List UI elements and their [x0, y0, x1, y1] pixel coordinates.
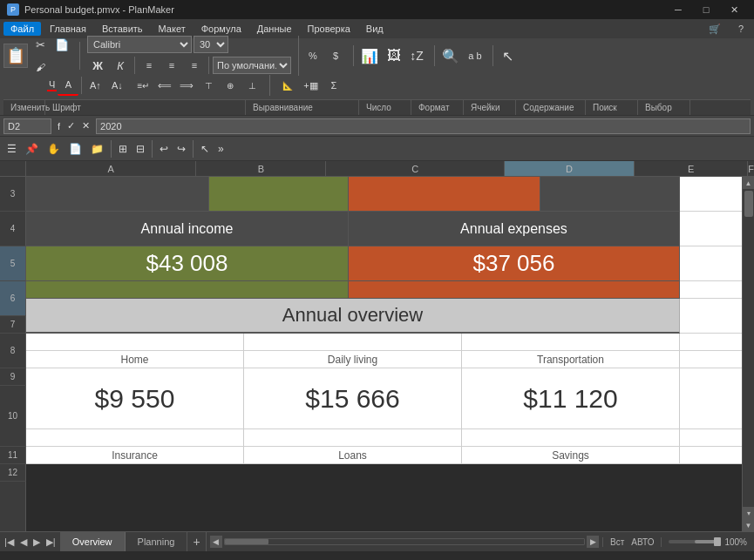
- menu-review[interactable]: Проверка: [301, 22, 357, 36]
- bold-button[interactable]: Ж: [87, 55, 108, 76]
- italic-button[interactable]: К: [110, 55, 131, 76]
- tab-first-button[interactable]: |◀: [2, 536, 17, 548]
- zoom-slider[interactable]: [669, 540, 721, 543]
- currency-button[interactable]: $: [325, 45, 346, 66]
- cursor-mode-button[interactable]: ↖: [197, 141, 213, 157]
- cell-bc9[interactable]: Daily living: [244, 351, 462, 368]
- cell-ab6[interactable]: [26, 281, 349, 299]
- cell-ef4[interactable]: [680, 212, 742, 246]
- paste-button[interactable]: 📋: [3, 44, 28, 68]
- h-scroll-track[interactable]: [224, 538, 585, 545]
- cell-a10[interactable]: $9 550: [26, 368, 244, 429]
- cell-c3[interactable]: [349, 177, 540, 212]
- increase-font-button[interactable]: A↑: [85, 75, 105, 96]
- scroll-thumb[interactable]: [744, 191, 753, 217]
- align-left-button[interactable]: ≡: [139, 55, 160, 76]
- sheet-tab-overview[interactable]: Overview: [60, 532, 126, 551]
- percent-button[interactable]: %: [302, 45, 323, 66]
- sheet-tab-planning[interactable]: Planning: [126, 532, 188, 551]
- question-icon[interactable]: ?: [731, 22, 751, 37]
- tab-last-button[interactable]: ▶|: [44, 536, 58, 548]
- cell-ab4[interactable]: Annual income: [26, 212, 349, 246]
- cell-ef11[interactable]: [680, 429, 742, 447]
- valign-top-button[interactable]: ⊤: [198, 75, 219, 96]
- cell-ef7[interactable]: [680, 299, 742, 334]
- h-scroll-right[interactable]: ▶: [587, 536, 599, 548]
- toolbar-freeze-button[interactable]: ⊞: [115, 141, 131, 157]
- menu-view[interactable]: Вид: [359, 22, 391, 36]
- undo-button[interactable]: ↩: [156, 141, 172, 157]
- cell-ef5[interactable]: [680, 246, 742, 281]
- col-header-a[interactable]: A: [26, 161, 196, 176]
- cell-cd8[interactable]: [462, 334, 680, 351]
- copy-button[interactable]: 📄: [51, 35, 72, 56]
- font-color-button[interactable]: A: [58, 75, 78, 96]
- cell-bc10[interactable]: $15 666: [244, 368, 462, 429]
- redo-button[interactable]: ↪: [173, 141, 189, 157]
- cut-button[interactable]: ✂: [30, 35, 51, 56]
- maximize-button[interactable]: □: [693, 0, 719, 19]
- cell-ef12[interactable]: [680, 447, 742, 464]
- search-button[interactable]: 🔍: [438, 45, 463, 66]
- scroll-up-button[interactable]: ▲: [743, 177, 755, 189]
- menu-formula[interactable]: Формула: [194, 22, 248, 36]
- cell-b3[interactable]: [209, 177, 349, 212]
- cell-cd9[interactable]: Transportation: [462, 351, 680, 368]
- menu-insert[interactable]: Вставить: [95, 22, 150, 36]
- col-header-c[interactable]: C: [326, 161, 505, 176]
- indent-inc-button[interactable]: ⟹: [176, 75, 197, 96]
- sort-button[interactable]: ↕Z: [406, 45, 427, 66]
- tab-next-button[interactable]: ▶: [31, 536, 43, 548]
- align-right-button[interactable]: ≡: [184, 55, 205, 76]
- help-icon[interactable]: 🛒: [702, 22, 728, 37]
- valign-mid-button[interactable]: ⊕: [220, 75, 241, 96]
- cell-reference-input[interactable]: [3, 118, 51, 134]
- format-cells-button[interactable]: 📐: [277, 75, 298, 96]
- ab-button[interactable]: a b: [465, 45, 486, 66]
- cell-bc8[interactable]: [244, 334, 462, 351]
- menu-data[interactable]: Данные: [250, 22, 299, 36]
- cell-cd5[interactable]: $37 056: [349, 246, 680, 281]
- cell-ef8[interactable]: [680, 334, 742, 351]
- new-sheet-icon[interactable]: +: [187, 535, 205, 549]
- cell-abcd7[interactable]: Annual overview: [26, 299, 680, 334]
- col-header-d[interactable]: D: [505, 161, 635, 176]
- align-center-button[interactable]: ≡: [161, 55, 182, 76]
- cell-bc12[interactable]: Loans: [244, 447, 462, 464]
- h-scroll-left[interactable]: ◀: [210, 536, 222, 548]
- cell-a9[interactable]: Home: [26, 351, 244, 368]
- cell-a11[interactable]: [26, 429, 244, 447]
- minimize-button[interactable]: ─: [665, 0, 691, 19]
- cell-bc11[interactable]: [244, 429, 462, 447]
- cell-a3[interactable]: [26, 177, 209, 212]
- insert-row-button[interactable]: +▦: [300, 75, 321, 96]
- formula-check-button[interactable]: ✓: [65, 120, 78, 132]
- scroll-down-button2[interactable]: ▼: [743, 519, 755, 531]
- font-size-select[interactable]: 30: [194, 36, 228, 53]
- toolbar-menu-button[interactable]: ☰: [3, 141, 20, 157]
- cell-ef3[interactable]: [680, 177, 742, 212]
- valign-bot-button[interactable]: ⊥: [241, 75, 262, 96]
- menu-layout[interactable]: Макет: [152, 22, 193, 36]
- cursor-button[interactable]: ↖: [497, 45, 518, 66]
- formula-input[interactable]: [96, 118, 751, 134]
- font-name-select[interactable]: Calibri: [87, 36, 192, 53]
- vertical-scrollbar[interactable]: ▲ ▾ ▼: [742, 177, 754, 531]
- cell-cd12[interactable]: Savings: [462, 447, 680, 464]
- expand-button[interactable]: »: [214, 141, 228, 157]
- formula-cancel-button[interactable]: ✕: [79, 120, 92, 132]
- zoom-handle[interactable]: [714, 537, 721, 546]
- indent-dec-button[interactable]: ⟸: [154, 75, 175, 96]
- cell-ef9[interactable]: [680, 351, 742, 368]
- decrease-font-button[interactable]: A↓: [106, 75, 127, 96]
- col-header-f[interactable]: F: [748, 161, 754, 176]
- col-header-e[interactable]: E: [635, 161, 748, 176]
- cell-cd4[interactable]: Annual expenses: [349, 212, 680, 246]
- chart-button[interactable]: 📊: [357, 45, 382, 66]
- toolbar-pin-button[interactable]: 📌: [22, 141, 42, 157]
- cell-a12[interactable]: Insurance: [26, 447, 244, 464]
- close-button[interactable]: ✕: [721, 0, 747, 19]
- cell-ef6[interactable]: [680, 281, 742, 299]
- wrap-text-button[interactable]: ≡↵: [132, 75, 153, 96]
- cell-cd10[interactable]: $11 120: [462, 368, 680, 429]
